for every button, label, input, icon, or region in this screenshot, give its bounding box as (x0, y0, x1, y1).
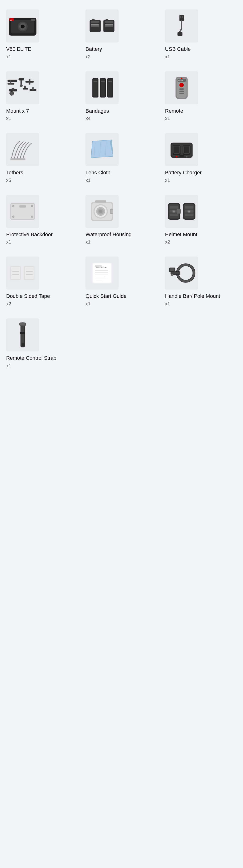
svg-rect-11 (91, 26, 99, 27)
item-name-tethers: Tethers (6, 169, 23, 176)
svg-point-80 (31, 216, 33, 217)
item-helmet-mount: Helmet Mount x2 (161, 190, 241, 252)
svg-point-104 (173, 211, 175, 212)
item-qty-lens-cloth: x1 (86, 178, 90, 183)
item-tethers: Tethers x5 (2, 128, 82, 190)
svg-rect-140 (20, 332, 25, 334)
svg-rect-55 (10, 158, 26, 160)
svg-point-135 (172, 275, 173, 276)
svg-point-68 (176, 156, 177, 158)
item-image-lens-cloth (86, 133, 119, 166)
item-image-v50-elite: 4K (6, 9, 39, 42)
svg-rect-139 (20, 323, 25, 325)
svg-point-50 (179, 83, 184, 87)
item-image-mount (6, 71, 39, 104)
item-double-sided-tape: Double Sided Tape x2 (2, 252, 82, 314)
item-bandages: Bandages x4 (82, 67, 161, 128)
item-image-protective-backdoor (6, 195, 39, 228)
item-qty-protective-backdoor: x1 (6, 239, 11, 245)
item-remote-control-strap: Remote Control Strap x1 (2, 314, 82, 376)
item-image-bandages (86, 71, 119, 104)
item-name-battery-charger: Battery Charger (165, 169, 202, 176)
svg-rect-131 (171, 272, 180, 274)
item-name-usb-cable: USB Cable (165, 46, 191, 53)
item-name-protective-backdoor: Protective Backdoor (6, 231, 53, 238)
svg-rect-21 (177, 32, 182, 36)
svg-point-27 (20, 84, 23, 87)
svg-rect-19 (180, 16, 181, 18)
svg-point-69 (186, 156, 187, 158)
svg-point-32 (10, 91, 13, 95)
item-qty-remote: x1 (165, 116, 170, 121)
svg-rect-52 (179, 90, 184, 92)
svg-rect-45 (109, 81, 112, 82)
item-v50-elite: 4K V50 ELITE x1 (2, 5, 82, 67)
item-name-bandages: Bandages (86, 108, 109, 115)
item-qty-bandages: x4 (86, 116, 90, 121)
item-image-remote: AKASO (165, 71, 198, 104)
svg-rect-12 (92, 19, 95, 21)
svg-point-88 (99, 210, 102, 213)
item-image-waterproof-housing (86, 195, 119, 228)
item-image-quick-start-guide: Quick Start Guide (86, 256, 119, 289)
svg-rect-24 (10, 80, 11, 85)
item-qty-helmet-mount: x2 (165, 239, 170, 245)
item-qty-v50-elite: x1 (6, 54, 11, 60)
svg-rect-14 (105, 21, 113, 23)
item-protective-backdoor: Protective Backdoor x1 (2, 190, 82, 252)
item-name-mount: Mount x 7 (6, 108, 29, 115)
item-waterproof-housing: Waterproof Housing x1 (82, 190, 161, 252)
item-qty-battery-charger: x1 (165, 178, 170, 183)
svg-rect-7 (31, 19, 35, 21)
svg-rect-81 (19, 205, 26, 207)
svg-rect-97 (177, 209, 181, 214)
item-qty-remote-control-strap: x1 (6, 363, 11, 368)
svg-rect-10 (91, 24, 99, 25)
item-image-tethers (6, 133, 39, 166)
svg-point-74 (13, 206, 14, 207)
item-image-helmet-mount (165, 195, 198, 228)
item-image-double-sided-tape (6, 256, 39, 289)
svg-rect-51 (179, 88, 184, 90)
item-name-quick-start-guide: Quick Start Guide (86, 293, 127, 300)
item-name-handlebar-mount: Handle Bar/ Pole Mount (165, 293, 220, 300)
item-name-remote-control-strap: Remote Control Strap (6, 355, 56, 362)
svg-rect-20 (182, 16, 183, 18)
svg-text:AKASO: AKASO (178, 80, 183, 82)
item-remote: AKASO Remote x1 (161, 67, 241, 128)
svg-rect-36 (32, 87, 34, 90)
item-qty-tethers: x5 (6, 178, 11, 183)
svg-rect-9 (91, 21, 99, 23)
item-qty-battery: x2 (86, 54, 90, 60)
item-image-handlebar-mount (165, 256, 198, 289)
item-image-remote-control-strap (6, 318, 39, 351)
item-name-helmet-mount: Helmet Mount (165, 231, 198, 238)
item-qty-waterproof-housing: x1 (86, 239, 90, 245)
svg-point-106 (188, 211, 190, 212)
svg-rect-44 (101, 81, 105, 82)
item-name-waterproof-housing: Waterproof Housing (86, 231, 131, 238)
svg-rect-66 (174, 146, 180, 153)
svg-rect-34 (24, 86, 26, 88)
item-qty-usb-cable: x1 (165, 54, 170, 60)
svg-rect-94 (170, 206, 178, 209)
item-qty-mount: x1 (6, 116, 11, 121)
item-usb-cable: USB Cable x1 (161, 5, 241, 67)
svg-rect-70 (179, 155, 184, 157)
svg-point-4 (21, 25, 25, 28)
item-name-lens-cloth: Lens Cloth (86, 169, 110, 176)
item-handlebar-mount: Handle Bar/ Pole Mount x1 (161, 252, 241, 314)
svg-rect-100 (185, 206, 193, 209)
svg-text:4K: 4K (10, 19, 12, 21)
item-battery: Battery x2 (82, 5, 161, 67)
svg-point-78 (13, 216, 14, 217)
item-battery-charger: Battery Charger x1 (161, 128, 241, 190)
svg-rect-53 (179, 93, 184, 94)
item-image-battery-charger (165, 133, 198, 166)
item-name-remote: Remote (165, 108, 183, 115)
item-image-battery (86, 9, 119, 42)
svg-rect-43 (93, 81, 97, 82)
item-name-double-sided-tape: Double Sided Tape (6, 293, 50, 300)
accessories-grid: 4K V50 ELITE x1 Battery x2 (0, 0, 243, 380)
svg-rect-91 (95, 200, 106, 203)
